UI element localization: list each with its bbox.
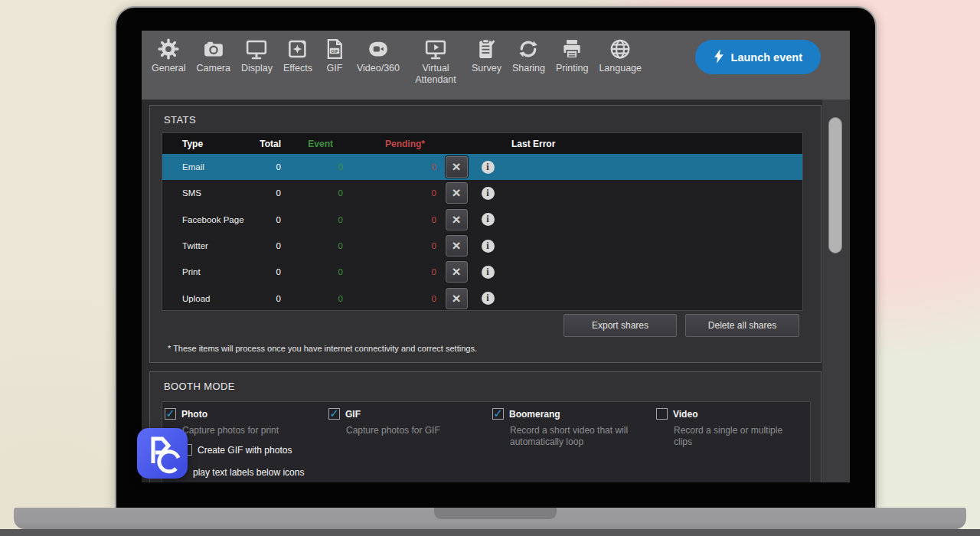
gif-file-icon: GIF — [323, 38, 346, 60]
booth-mode-options: ✓ Photo Capture photos for print ✓ GIF C… — [162, 401, 811, 482]
laptop-base — [14, 508, 966, 529]
mode-label: GIF — [345, 409, 361, 420]
laptop-base-notch — [434, 508, 557, 519]
col-last-error: Last Error — [499, 139, 802, 149]
create-gif-option: ✓ Create GIF with photos — [181, 444, 292, 456]
settings-content: STATS Type Total Event Pending* Last Err… — [142, 100, 850, 482]
mode-gif: ✓ GIF Capture photos for GIF — [328, 408, 492, 448]
col-event: Event — [281, 139, 343, 149]
tab-label: Language — [599, 63, 642, 74]
tab-virtual-attendant[interactable]: Virtual Attendant — [405, 38, 466, 86]
text-labels-label: play text labels below icons — [193, 467, 304, 478]
mode-description: Capture photos for print — [182, 425, 305, 436]
mode-label: Photo — [181, 409, 207, 420]
tab-effects[interactable]: Effects — [278, 38, 318, 74]
tab-survey[interactable]: Survey — [466, 38, 507, 74]
watermark-logo — [137, 428, 188, 479]
stats-title: STATS — [164, 114, 196, 126]
col-pending: Pending* — [343, 139, 436, 149]
launch-event-button[interactable]: Launch event — [695, 40, 821, 74]
tab-sharing[interactable]: Sharing — [507, 38, 550, 74]
tab-language[interactable]: Language — [593, 38, 647, 74]
check-icon: ✓ — [493, 407, 503, 419]
tab-label: Display — [241, 63, 273, 74]
mode-description: Capture photos for GIF — [346, 425, 469, 436]
table-row-facebook-page[interactable]: Facebook Page 0 0 0 × i — [162, 207, 802, 233]
mode-description: Record a short video that will automatic… — [510, 425, 633, 448]
scrollbar-thumb[interactable] — [828, 117, 842, 253]
launch-event-label: Launch event — [731, 51, 802, 64]
clear-row-button[interactable]: × — [446, 235, 468, 257]
gif-checkbox[interactable]: ✓ — [328, 408, 340, 420]
check-icon: ✓ — [329, 407, 339, 419]
clear-row-button[interactable]: × — [446, 182, 468, 204]
mode-label: Boomerang — [509, 409, 560, 420]
monitor-play-icon — [424, 38, 447, 60]
stats-panel: STATS Type Total Event Pending* Last Err… — [149, 105, 822, 363]
stats-footnote: * These items will process once you have… — [168, 344, 477, 353]
video-checkbox[interactable]: ✓ — [656, 408, 668, 420]
info-icon[interactable]: i — [482, 213, 495, 226]
col-total: Total — [247, 139, 281, 149]
table-row-twitter[interactable]: Twitter 0 0 0 × i — [162, 233, 802, 259]
table-row-email[interactable]: Email 0 0 0 × i — [162, 154, 802, 180]
boomerang-checkbox[interactable]: ✓ — [492, 408, 504, 420]
stats-table: Type Total Event Pending* Last Error Ema… — [162, 132, 803, 311]
table-row-upload[interactable]: Upload 0 0 0 × i — [162, 285, 802, 311]
tab-video-360[interactable]: Video/360 — [351, 38, 405, 74]
booth-mode-panel: BOOTH MODE ✓ Photo Capture photos for pr… — [149, 371, 822, 482]
clear-row-button[interactable]: × — [446, 209, 468, 230]
mode-description: Record a single or multiple clips — [674, 425, 787, 448]
text-labels-option: play text labels below icons — [193, 467, 304, 478]
circular-arrows-icon — [517, 38, 540, 60]
check-icon: ✓ — [165, 407, 175, 419]
mode-photo: ✓ Photo Capture photos for print — [165, 408, 328, 448]
globe-icon — [609, 38, 632, 60]
sparkle-square-icon — [286, 38, 309, 60]
table-row-sms[interactable]: SMS 0 0 0 × i — [162, 180, 802, 206]
tab-display[interactable]: Display — [236, 38, 278, 74]
mode-boomerang: ✓ Boomerang Record a short video that wi… — [492, 408, 656, 448]
info-icon[interactable]: i — [482, 240, 495, 253]
export-shares-button[interactable]: Export shares — [564, 314, 677, 337]
tab-label: Virtual Attendant — [410, 63, 461, 86]
info-icon[interactable]: i — [482, 292, 495, 305]
tab-label: General — [152, 63, 185, 74]
info-icon[interactable]: i — [482, 187, 495, 200]
table-row-print[interactable]: Print 0 0 0 × i — [162, 259, 802, 285]
mode-video: ✓ Video Record a single or multiple clip… — [656, 408, 810, 448]
lightning-icon — [714, 49, 724, 66]
photo-checkbox[interactable]: ✓ — [165, 408, 176, 420]
booth-mode-title: BOOTH MODE — [164, 381, 235, 392]
tab-label: Effects — [283, 63, 312, 74]
tab-label: Camera — [196, 63, 230, 74]
video-camera-icon — [367, 38, 390, 60]
stats-table-header: Type Total Event Pending* Last Error — [162, 133, 802, 154]
tab-general[interactable]: General — [146, 38, 191, 74]
laptop-screen: General Camera — [115, 6, 877, 508]
info-icon[interactable]: i — [482, 266, 495, 279]
tab-label: GIF — [327, 63, 343, 74]
settings-toolbar: General Camera — [142, 31, 850, 100]
camera-icon — [202, 38, 225, 60]
clear-row-button[interactable]: × — [446, 261, 468, 283]
clear-row-button[interactable]: × — [446, 288, 468, 309]
tab-label: Printing — [556, 63, 588, 74]
delete-all-shares-button[interactable]: Delete all shares — [685, 314, 799, 337]
desk-edge — [0, 529, 980, 536]
tab-printing[interactable]: Printing — [550, 38, 593, 74]
tab-gif[interactable]: GIF GIF — [318, 38, 351, 74]
scrollbar-track[interactable] — [822, 100, 850, 482]
monitor-icon — [245, 38, 268, 60]
app-window: General Camera — [142, 31, 850, 482]
create-gif-label: Create GIF with photos — [198, 445, 292, 456]
info-icon[interactable]: i — [482, 161, 495, 174]
tab-camera[interactable]: Camera — [191, 38, 235, 74]
gear-icon — [157, 38, 180, 60]
clipboard-icon — [475, 38, 498, 60]
tab-label: Video/360 — [357, 63, 400, 74]
clear-row-button[interactable]: × — [446, 156, 468, 178]
col-type: Type — [162, 139, 247, 149]
mode-label: Video — [673, 409, 697, 420]
tab-label: Survey — [472, 63, 501, 74]
